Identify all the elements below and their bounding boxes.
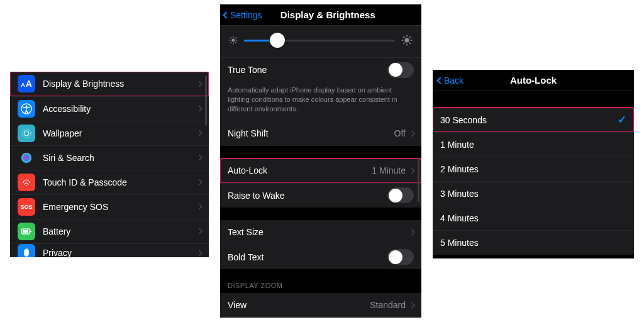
chevron-right-icon (196, 130, 203, 136)
chevron-right-icon (409, 229, 415, 235)
siri-icon (18, 149, 35, 167)
sos-icon: SOS (18, 198, 35, 216)
settings-row-label: Siri & Search (43, 153, 197, 163)
svg-point-2 (24, 131, 29, 136)
sun-large-icon (401, 35, 413, 46)
svg-line-22 (404, 37, 405, 38)
autolock-option-2m[interactable]: 2 Minutes (433, 157, 634, 181)
row-label: Raise to Wake (228, 191, 387, 201)
settings-row-label: Emergency SOS (43, 202, 197, 212)
settings-row-label: Display & Brightness (43, 79, 197, 89)
chevron-left-icon (436, 77, 443, 84)
option-label: 30 Seconds (440, 115, 618, 125)
svg-rect-7 (23, 230, 28, 233)
option-label: 4 Minutes (440, 213, 626, 223)
true-tone-row: True Tone (220, 57, 421, 82)
chevron-right-icon (196, 228, 203, 235)
view-row[interactable]: View Standard (220, 293, 421, 318)
autolock-option-30s[interactable]: 30 Seconds ✓ (433, 108, 634, 132)
svg-line-25 (409, 37, 411, 38)
raise-to-wake-toggle[interactable] (387, 187, 414, 203)
settings-row-battery[interactable]: Battery (10, 219, 209, 243)
row-label: Auto-Lock (228, 165, 372, 175)
bold-text-row: Bold Text (220, 245, 421, 269)
chevron-right-icon (409, 302, 415, 308)
svg-point-1 (26, 105, 28, 107)
settings-row-touchid[interactable]: Touch ID & Passcode (10, 170, 209, 194)
header: Settings Display & Brightness (220, 4, 421, 26)
svg-line-14 (235, 42, 236, 43)
svg-line-16 (235, 38, 236, 38)
settings-row-wallpaper[interactable]: Wallpaper (10, 121, 209, 145)
header: Back Auto-Lock (433, 70, 634, 91)
chevron-right-icon (409, 167, 415, 174)
chevron-right-icon (196, 155, 203, 161)
settings-row-label: Accessibility (43, 104, 197, 114)
option-label: 1 Minute (440, 140, 626, 150)
slider-thumb[interactable] (270, 33, 285, 48)
row-label: Text Size (228, 227, 409, 237)
back-label: Settings (230, 10, 262, 20)
settings-row-privacy[interactable]: Privacy (10, 243, 209, 257)
battery-icon (18, 223, 35, 240)
chevron-left-icon (223, 11, 230, 18)
display-brightness-panel: Settings Display & Brightness True Tone … (220, 4, 421, 318)
chevron-right-icon (196, 179, 203, 186)
row-value: Off (394, 128, 406, 138)
bold-text-toggle[interactable] (387, 249, 414, 265)
row-value: 1 Minute (372, 165, 406, 175)
row-label: Bold Text (228, 252, 387, 262)
chevron-right-icon (196, 80, 203, 87)
settings-row-display-brightness[interactable]: AA Display & Brightness (10, 72, 209, 96)
night-shift-row[interactable]: Night Shift Off (220, 121, 421, 146)
brightness-slider[interactable] (244, 40, 395, 42)
svg-point-17 (405, 38, 409, 43)
row-label: View (228, 300, 370, 310)
settings-row-siri[interactable]: Siri & Search (10, 145, 209, 170)
autolock-option-3m[interactable]: 3 Minutes (433, 181, 634, 206)
raise-to-wake-row: Raise to Wake (220, 183, 421, 208)
back-button[interactable]: Settings (224, 10, 262, 20)
option-label: 5 Minutes (440, 238, 626, 248)
row-label: Night Shift (228, 128, 394, 138)
sun-small-icon (229, 36, 238, 45)
settings-row-label: Privacy (43, 248, 197, 257)
checkmark-icon: ✓ (618, 113, 626, 126)
autolock-option-4m[interactable]: 4 Minutes (433, 206, 634, 230)
option-label: 3 Minutes (440, 189, 626, 199)
auto-lock-row[interactable]: Auto-Lock 1 Minute (220, 158, 421, 183)
scrollbar[interactable] (205, 75, 207, 126)
svg-point-3 (22, 129, 31, 138)
svg-line-24 (404, 43, 405, 44)
settings-row-sos[interactable]: SOS Emergency SOS (10, 194, 209, 219)
chevron-right-icon (196, 250, 203, 256)
back-label: Back (444, 75, 464, 86)
page-title: Display & Brightness (262, 9, 394, 20)
chevron-right-icon (196, 106, 203, 112)
text-size-row[interactable]: Text Size (220, 220, 421, 245)
svg-line-13 (231, 38, 231, 38)
settings-row-accessibility[interactable]: Accessibility (10, 96, 209, 121)
back-button[interactable]: Back (438, 75, 464, 86)
display-zoom-header: DISPLAY ZOOM (220, 278, 421, 293)
settings-row-label: Touch ID & Passcode (43, 177, 197, 187)
row-value: Standard (370, 300, 406, 310)
svg-point-8 (232, 39, 235, 42)
autolock-option-5m[interactable]: 5 Minutes (433, 230, 634, 255)
settings-row-label: Battery (43, 226, 197, 236)
brightness-slider-row (220, 26, 421, 57)
option-label: 2 Minutes (440, 164, 626, 174)
text-size-icon: AA (18, 75, 35, 92)
accessibility-icon (18, 100, 35, 118)
autolock-option-1m[interactable]: 1 Minute (433, 132, 634, 157)
chevron-right-icon (196, 204, 203, 210)
true-tone-toggle[interactable] (387, 62, 414, 78)
row-label: True Tone (228, 65, 387, 75)
svg-rect-6 (30, 230, 31, 232)
wallpaper-icon (18, 125, 35, 142)
settings-row-label: Wallpaper (43, 128, 197, 138)
hand-icon (18, 244, 35, 257)
auto-lock-panel: Back Auto-Lock 30 Seconds ✓ 1 Minute 2 M… (433, 70, 634, 258)
scrollbar[interactable] (418, 158, 419, 202)
true-tone-hint: Automatically adapt iPhone display based… (220, 82, 421, 121)
